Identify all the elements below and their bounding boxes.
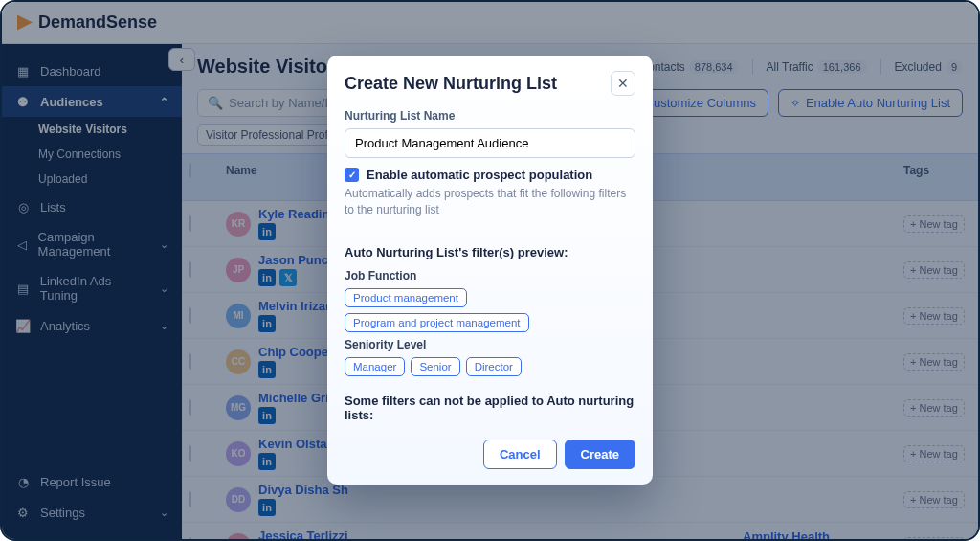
job-function-pills: Product managementProgram and project ma… (345, 288, 635, 332)
nurturing-list-name-input[interactable] (345, 128, 635, 158)
close-modal-button[interactable]: ✕ (611, 71, 635, 96)
cancel-button[interactable]: Cancel (483, 440, 557, 469)
filter-warning: Some filters can not be applied to Auto … (345, 394, 635, 422)
auto-populate-checkbox[interactable]: ✓ Enable automatic prospect population (345, 168, 635, 182)
seniority-pills: ManagerSeniorDirector (345, 357, 635, 376)
filter-pill[interactable]: Senior (411, 357, 459, 376)
filter-pill[interactable]: Director (466, 357, 522, 376)
checkbox-checked-icon: ✓ (345, 168, 359, 182)
filters-preview-heading: Auto Nurturing List's filter(s) preview: (345, 245, 635, 259)
modal-overlay: Create New Nurturing List ✕ Nurturing Li… (2, 2, 978, 539)
create-nurturing-list-modal: Create New Nurturing List ✕ Nurturing Li… (327, 56, 653, 485)
auto-populate-hint: Automatically adds prospects that fit th… (345, 186, 635, 218)
job-function-label: Job Function (345, 269, 635, 282)
filter-pill[interactable]: Product management (345, 288, 467, 307)
name-field-label: Nurturing List Name (345, 109, 635, 123)
create-button[interactable]: Create (565, 440, 635, 469)
seniority-label: Seniority Level (345, 338, 635, 351)
filter-pill[interactable]: Manager (345, 357, 405, 376)
modal-title: Create New Nurturing List (345, 74, 557, 94)
close-icon: ✕ (617, 76, 629, 91)
app-window: DemandSense ‹ ▦Dashboard ⚉Audiences⌃ Web… (0, 0, 980, 541)
filter-pill[interactable]: Program and project management (345, 313, 529, 332)
